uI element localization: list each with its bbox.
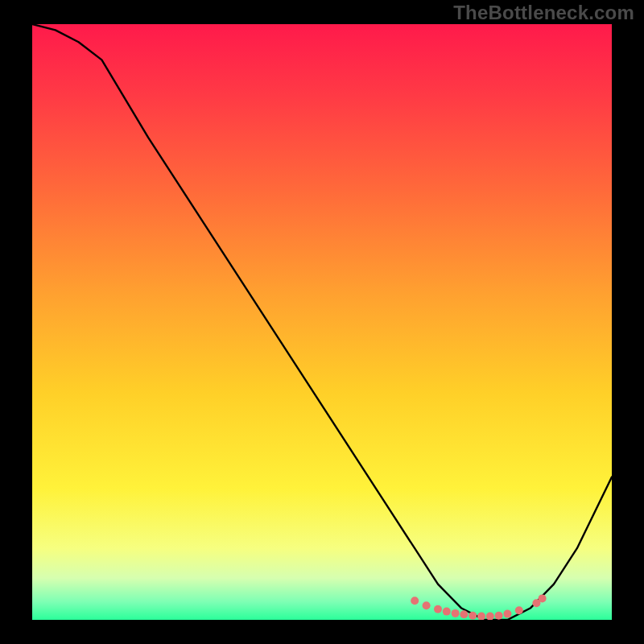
watermark-text: TheBottleneck.com <box>453 2 634 24</box>
gradient-background <box>32 24 612 620</box>
valley-dot <box>443 608 451 616</box>
valley-dot <box>469 612 477 620</box>
valley-dot <box>434 605 442 613</box>
valley-dot <box>452 609 460 617</box>
valley-dot <box>411 597 419 605</box>
valley-dot <box>495 612 503 620</box>
valley-dot <box>423 601 431 609</box>
chart-frame: TheBottleneck.com <box>0 0 644 644</box>
valley-dot <box>539 594 547 602</box>
plot-svg <box>32 24 612 620</box>
plot-area <box>32 24 612 620</box>
valley-dot <box>515 606 523 614</box>
valley-dot <box>460 610 468 618</box>
valley-dot <box>503 610 511 618</box>
